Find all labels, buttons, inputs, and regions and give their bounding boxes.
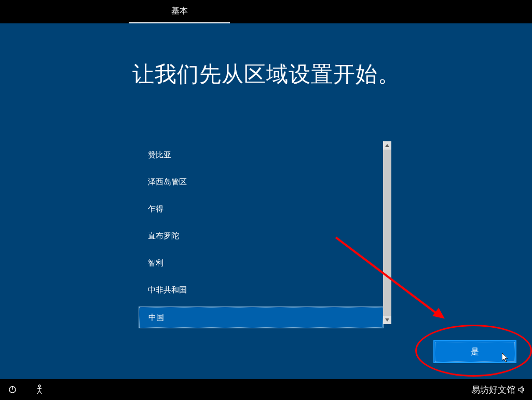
top-bar: 基本 bbox=[0, 0, 532, 23]
scroll-down-button[interactable] bbox=[383, 316, 391, 324]
region-item-label: 中国 bbox=[148, 313, 164, 323]
svg-marker-6 bbox=[502, 353, 508, 362]
mouse-cursor-icon bbox=[502, 353, 509, 363]
power-icon[interactable] bbox=[6, 383, 19, 396]
svg-marker-5 bbox=[519, 386, 522, 393]
page-title: 让我们先从区域设置开始。 bbox=[0, 60, 532, 89]
svg-marker-0 bbox=[385, 144, 389, 147]
region-item[interactable]: 中非共和国 bbox=[139, 276, 384, 303]
accessibility-icon[interactable] bbox=[33, 383, 46, 396]
region-item[interactable]: 赞比亚 bbox=[139, 141, 384, 168]
region-item-label: 赞比亚 bbox=[148, 150, 171, 160]
bottom-bar: 易坊好文馆 bbox=[0, 379, 532, 400]
scroll-thumb[interactable] bbox=[383, 150, 391, 305]
scroll-up-button[interactable] bbox=[383, 141, 391, 150]
watermark-text: 易坊好文馆 bbox=[471, 384, 527, 396]
region-item-label: 中非共和国 bbox=[148, 285, 187, 295]
tab-basic[interactable]: 基本 bbox=[129, 0, 230, 23]
region-list: 赞比亚泽西岛管区乍得直布罗陀智利中非共和国中国 bbox=[139, 141, 391, 324]
region-item-label: 直布罗陀 bbox=[148, 231, 179, 241]
region-item[interactable]: 智利 bbox=[139, 249, 384, 276]
svg-marker-1 bbox=[385, 318, 389, 322]
region-item-label: 乍得 bbox=[148, 204, 163, 214]
region-item-label: 泽西岛管区 bbox=[148, 177, 187, 187]
region-item-label: 智利 bbox=[148, 258, 163, 268]
scrollbar[interactable] bbox=[383, 141, 391, 324]
region-item[interactable]: 乍得 bbox=[139, 195, 384, 222]
annotation-arrow-head bbox=[432, 308, 448, 323]
region-item[interactable]: 中国 bbox=[139, 306, 384, 328]
svg-point-4 bbox=[38, 385, 40, 387]
region-item[interactable]: 泽西岛管区 bbox=[139, 168, 384, 195]
region-item[interactable]: 直布罗陀 bbox=[139, 222, 384, 249]
